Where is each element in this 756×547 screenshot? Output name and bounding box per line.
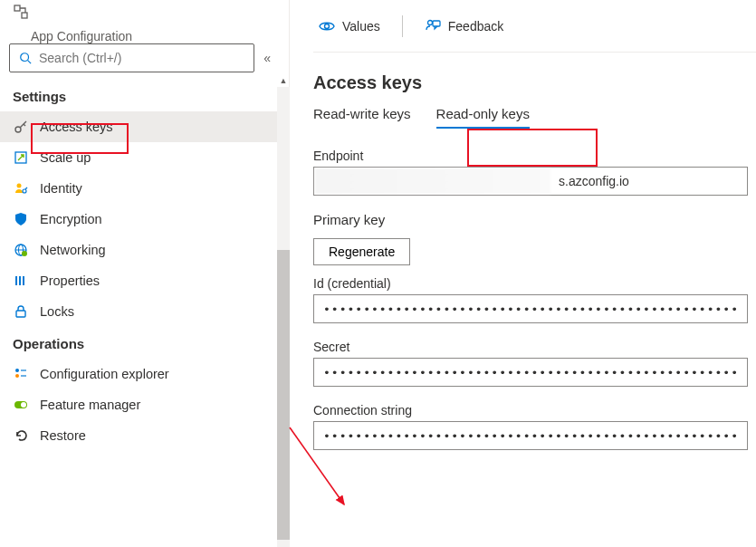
masked-value: ••••••••••••••••••••••••••••••••••••••••… [323, 429, 738, 443]
feedback-icon [425, 18, 441, 34]
page-title: Access keys [313, 72, 756, 93]
sidebar-item-label: Access keys [40, 120, 113, 134]
sidebar-item-scale-up[interactable]: Scale up [0, 142, 289, 173]
svg-rect-0 [14, 5, 20, 11]
secret-label: Secret [313, 340, 756, 354]
svg-rect-24 [433, 21, 440, 26]
section-settings: Settings [0, 80, 289, 111]
identity-icon [13, 180, 29, 197]
endpoint-value[interactable]: s.azconfig.io [313, 167, 748, 196]
main-content: Values Feedback Access keys Read-write k… [290, 0, 756, 547]
scale-icon [13, 149, 29, 166]
feature-icon [13, 397, 29, 413]
sidebar-item-label: Restore [40, 428, 86, 443]
svg-rect-15 [16, 311, 25, 317]
sidebar-item-restore[interactable]: Restore [0, 420, 289, 451]
sidebar-item-label: Locks [40, 304, 74, 319]
tab-read-write-keys[interactable]: Read-write keys [313, 106, 411, 129]
svg-rect-17 [21, 369, 26, 371]
svg-point-16 [15, 369, 19, 372]
search-box[interactable] [9, 43, 254, 72]
toolbar-values[interactable]: Values [313, 14, 386, 38]
toolbar-feedback[interactable]: Feedback [419, 14, 509, 38]
sidebar-item-properties[interactable]: Properties [0, 265, 289, 296]
sidebar-item-label: Properties [40, 274, 100, 288]
search-icon [17, 50, 33, 66]
svg-point-11 [22, 251, 27, 256]
svg-rect-19 [21, 375, 26, 377]
sidebar-item-locks[interactable]: Locks [0, 296, 289, 327]
endpoint-suffix: s.azconfig.io [559, 174, 629, 188]
tab-read-only-keys[interactable]: Read-only keys [436, 106, 530, 129]
conn-label: Connection string [313, 403, 756, 417]
scrollbar-track[interactable] [277, 87, 290, 547]
operations-menu: Configuration explorer Feature manager R… [0, 359, 289, 451]
sidebar-item-config-explorer[interactable]: Configuration explorer [0, 359, 289, 389]
svg-point-7 [23, 189, 26, 193]
svg-point-21 [21, 402, 26, 408]
collapse-sidebar-button[interactable]: « [263, 51, 271, 65]
sidebar-item-label: Identity [40, 181, 82, 196]
svg-point-18 [15, 374, 19, 378]
sidebar-item-label: Scale up [40, 150, 91, 165]
globe-icon [13, 242, 29, 258]
search-input[interactable] [39, 51, 246, 65]
sidebar: App Configuration « Settings Access keys… [0, 0, 290, 547]
settings-menu: Access keys Scale up Identity Encryption… [0, 111, 289, 327]
section-operations: Operations [0, 327, 289, 359]
sidebar-item-access-keys[interactable]: Access keys [0, 111, 289, 142]
shield-icon [13, 211, 29, 227]
app-config-icon [13, 4, 29, 20]
sidebar-item-label: Feature manager [40, 398, 140, 412]
scrollbar-thumb[interactable] [277, 250, 290, 540]
svg-point-6 [17, 184, 22, 188]
eye-icon [319, 18, 335, 34]
conn-value[interactable]: ••••••••••••••••••••••••••••••••••••••••… [313, 421, 748, 450]
properties-icon [13, 273, 29, 289]
scroll-up-arrow[interactable]: ▲ [277, 74, 290, 87]
redacted-region [315, 168, 550, 194]
svg-point-22 [325, 24, 330, 28]
restore-icon [13, 427, 29, 444]
key-icon [13, 119, 29, 135]
masked-value: ••••••••••••••••••••••••••••••••••••••••… [323, 366, 738, 379]
resource-header [0, 0, 289, 29]
endpoint-label: Endpoint [313, 149, 756, 163]
svg-rect-1 [22, 13, 27, 18]
sidebar-item-feature-manager[interactable]: Feature manager [0, 389, 289, 420]
toolbar-divider [402, 15, 403, 37]
sidebar-item-encryption[interactable]: Encryption [0, 204, 289, 235]
key-tabs: Read-write keys Read-only keys [313, 106, 756, 129]
id-value[interactable]: ••••••••••••••••••••••••••••••••••••••••… [313, 294, 748, 323]
svg-point-2 [21, 53, 29, 62]
masked-value: ••••••••••••••••••••••••••••••••••••••••… [323, 302, 738, 316]
command-bar: Values Feedback [313, 0, 756, 53]
toolbar-label: Feedback [448, 19, 503, 34]
sidebar-item-label: Networking [40, 243, 106, 257]
sidebar-item-networking[interactable]: Networking [0, 235, 289, 265]
resource-type: App Configuration [31, 29, 289, 43]
config-icon [13, 366, 29, 382]
id-label: Id (credential) [313, 276, 756, 291]
regenerate-button[interactable]: Regenerate [313, 238, 410, 265]
sidebar-item-label: Configuration explorer [40, 367, 169, 381]
svg-line-3 [28, 61, 32, 64]
secret-value[interactable]: ••••••••••••••••••••••••••••••••••••••••… [313, 358, 748, 387]
toolbar-label: Values [342, 19, 380, 34]
svg-point-23 [427, 20, 432, 24]
primary-key-label: Primary key [313, 212, 756, 227]
lock-icon [13, 303, 29, 320]
sidebar-item-identity[interactable]: Identity [0, 173, 289, 204]
sidebar-item-label: Encryption [40, 212, 102, 226]
